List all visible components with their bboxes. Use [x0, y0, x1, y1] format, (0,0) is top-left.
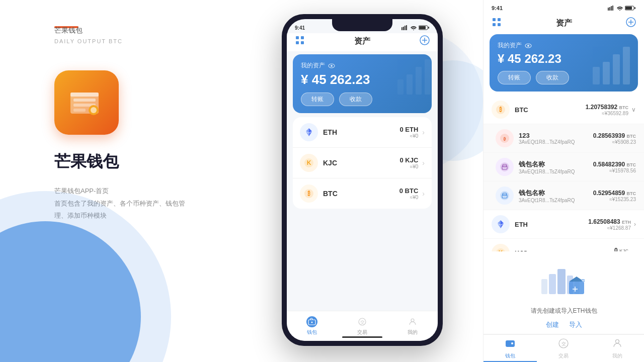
- eth-chevron: ›: [634, 221, 636, 228]
- svg-text:交: 交: [561, 341, 566, 346]
- right-receive-button[interactable]: 收款: [536, 71, 569, 84]
- header-grid-icon[interactable]: [295, 35, 305, 47]
- right-wallet1-info: 钱包名称 3AvEQt1R8...TsZ4fpaRQ: [519, 160, 593, 174]
- svg-point-6: [91, 107, 97, 113]
- kjc-logo: K: [300, 154, 318, 172]
- svg-rect-79: [549, 274, 556, 294]
- right-nav-wallet[interactable]: 钱包: [484, 335, 537, 362]
- right-wallet-nav-icon: [505, 338, 516, 351]
- right-bottom-nav: 钱包 交 交易 我的: [484, 334, 644, 362]
- nav-trade-label: 交易: [357, 329, 367, 336]
- svg-rect-49: [493, 18, 496, 21]
- right-kjc-balance: 0 KJC ≈¥0: [614, 247, 628, 252]
- svg-rect-56: [603, 62, 610, 84]
- svg-rect-18: [301, 41, 304, 44]
- eth-import-button[interactable]: 导入: [569, 320, 582, 329]
- header-add-icon[interactable]: [420, 35, 430, 47]
- eth-arrow: ›: [422, 128, 425, 136]
- right-nav-trade[interactable]: 交 交易: [537, 335, 590, 362]
- right-coin-kjc[interactable]: K KJC 0 KJC ≈¥0 ∨: [484, 239, 644, 251]
- transfer-button[interactable]: 转账: [301, 93, 334, 106]
- right-btc-balance: 1.20758392 BTC ≈¥36592.89: [586, 104, 628, 116]
- right-btc-logo: ₿: [492, 101, 510, 119]
- nav-wallet[interactable]: 钱包: [287, 311, 337, 341]
- svg-rect-51: [493, 23, 496, 26]
- phone-frame: 9:41 资产: [282, 14, 443, 346]
- svg-rect-25: [397, 79, 404, 95]
- right-coin-eth[interactable]: ETH 1.62508483 ETH ≈¥1268.87 ›: [484, 210, 644, 239]
- mine-nav-icon: [407, 316, 418, 327]
- right-kjc-logo: K: [492, 244, 510, 251]
- right-panel: 9:41 资产 我的资产 ¥ 45 262.23: [483, 0, 644, 362]
- svg-rect-57: [613, 54, 620, 84]
- svg-rect-22: [407, 74, 413, 95]
- right-time: 9:41: [492, 5, 503, 11]
- right-trade-nav-icon: 交: [558, 338, 569, 351]
- svg-point-94: [615, 339, 619, 343]
- btc-logo: ₿: [300, 185, 318, 203]
- coin-item-btc[interactable]: ₿ BTC 0 BTC ≈¥0 ›: [293, 178, 432, 209]
- svg-rect-80: [557, 269, 566, 294]
- svg-rect-41: [608, 8, 609, 11]
- app-name-small: 芒果钱包: [54, 26, 123, 35]
- svg-point-37: [311, 322, 313, 323]
- phone-home-bar: [342, 336, 382, 338]
- coin-item-eth[interactable]: ETH 0 ETH ≈¥0 ›: [293, 117, 432, 148]
- right-123-logo: ₿: [496, 129, 514, 147]
- svg-rect-23: [416, 67, 422, 95]
- svg-rect-13: [419, 26, 426, 29]
- btc-balance: 0 BTC ≈¥0: [399, 187, 419, 200]
- eth-create-button[interactable]: 创建: [546, 320, 559, 329]
- svg-text:₿: ₿: [499, 107, 502, 113]
- svg-rect-9: [405, 26, 406, 30]
- phone-asset-card: 我的资产 ¥ 45 262.23 转账 收款: [293, 54, 432, 113]
- receive-button[interactable]: 收款: [339, 93, 372, 106]
- right-wallet1-balance: 0.58482390 BTC ≈¥15978.56: [593, 161, 636, 173]
- svg-rect-4: [73, 109, 86, 112]
- right-eth-balance: 1.62508483 ETH ≈¥1268.87: [588, 218, 631, 231]
- svg-rect-48: [634, 7, 635, 9]
- svg-rect-52: [498, 23, 501, 26]
- right-coin-wallet1[interactable]: 钱包名称 3AvEQt1R8...TsZ4fpaRQ 0.58482390 BT…: [484, 153, 644, 182]
- app-icon: [54, 70, 119, 135]
- kjc-chevron: ∨: [631, 249, 636, 251]
- right-wallet2-info: 钱包名称 3AvEQt1R8...TsZ4fpaRQ: [519, 189, 593, 203]
- right-card-bg: [578, 34, 638, 86]
- right-header-grid-icon[interactable]: [492, 17, 502, 29]
- right-header-add-icon[interactable]: [626, 17, 636, 29]
- right-coin-btc[interactable]: ₿ BTC 1.20758392 BTC ≈¥36592.89 ∨: [484, 96, 644, 124]
- svg-rect-24: [425, 59, 431, 95]
- svg-point-27: [331, 65, 333, 67]
- svg-rect-78: [541, 279, 547, 294]
- svg-text:交: 交: [360, 320, 365, 325]
- right-header: 资产: [484, 14, 644, 34]
- eth-logo: [300, 123, 318, 141]
- right-123-balance: 0.28563939 BTC ≈¥5908.23: [593, 132, 636, 145]
- coin-item-kjc[interactable]: K KJC 0 KJC ≈¥0 ›: [293, 148, 432, 178]
- right-coin-123[interactable]: ₿ 123 3AvEQt1R8...TsZ4fpaRQ 0.28563939 B…: [484, 124, 644, 153]
- right-coin-wallet2[interactable]: 钱包名称 3AvEQt1R8...TsZ4fpaRQ 0.52954859 BT…: [484, 182, 644, 210]
- right-transfer-button[interactable]: 转账: [498, 71, 531, 84]
- right-nav-mine[interactable]: 我的: [591, 335, 644, 362]
- kjc-arrow: ›: [422, 159, 425, 167]
- svg-rect-7: [401, 27, 403, 30]
- right-wallet2-logo: [496, 187, 514, 205]
- right-nav-trade-label: 交易: [558, 352, 569, 359]
- svg-point-45: [619, 10, 620, 11]
- svg-rect-16: [301, 36, 304, 39]
- svg-rect-17: [296, 41, 299, 44]
- nav-wallet-label: 钱包: [307, 329, 317, 336]
- app-icon-container: [54, 70, 119, 135]
- phone-header: 资产: [287, 33, 438, 51]
- asset-card-bg-decoration: [386, 54, 432, 97]
- svg-rect-83: [569, 282, 584, 294]
- svg-rect-50: [498, 18, 501, 21]
- right-eth-logo: [492, 215, 510, 233]
- svg-rect-8: [403, 27, 404, 30]
- phone-notch: [332, 19, 392, 31]
- kjc-name: KJC: [323, 159, 399, 167]
- nav-mine[interactable]: 我的: [387, 311, 438, 341]
- phone-header-title: 资产: [354, 36, 370, 47]
- wallet-nav-icon: [306, 316, 317, 327]
- svg-rect-15: [296, 36, 299, 39]
